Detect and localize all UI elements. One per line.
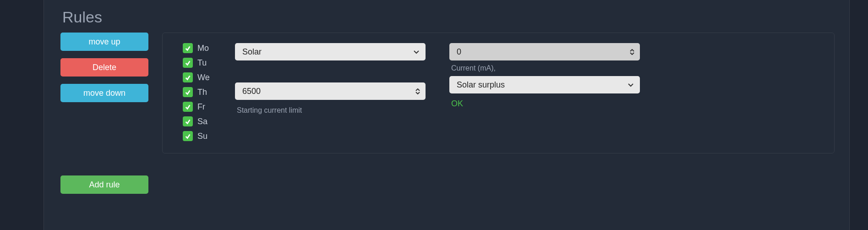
section-heading: Rules xyxy=(62,8,835,26)
day-row: Th xyxy=(183,87,219,97)
check-icon xyxy=(185,89,191,95)
move-down-button[interactable]: move down xyxy=(60,84,148,102)
mode-select-value: Solar xyxy=(242,47,262,57)
day-label: Su xyxy=(197,131,207,141)
current-value: 0 xyxy=(457,47,461,57)
day-row: We xyxy=(183,72,219,82)
spin-down-icon xyxy=(630,52,634,55)
check-icon xyxy=(185,104,191,110)
delete-button[interactable]: Delete xyxy=(60,58,148,77)
day-checkbox[interactable] xyxy=(183,102,193,112)
spin-up-icon xyxy=(415,88,420,91)
day-checkbox[interactable] xyxy=(183,116,193,126)
spin-up-icon xyxy=(630,49,634,52)
check-icon xyxy=(185,118,191,125)
surplus-select-value: Solar surplus xyxy=(457,80,505,90)
current-label: Current (mA), xyxy=(451,64,640,72)
day-label: Tu xyxy=(197,58,207,68)
surplus-select[interactable]: Solar surplus xyxy=(449,76,640,93)
rule-card: MoTuWeThFrSaSu Solar 6500 Starting curre… xyxy=(162,33,835,153)
starting-current-label: Starting current limit xyxy=(237,106,426,115)
check-icon xyxy=(185,60,191,66)
spin-buttons[interactable] xyxy=(630,49,634,55)
check-icon xyxy=(185,74,191,81)
check-icon xyxy=(185,133,191,139)
day-row: Sa xyxy=(183,116,219,126)
status-ok: OK xyxy=(451,99,640,109)
current-input[interactable]: 0 xyxy=(449,43,640,60)
day-checkbox[interactable] xyxy=(183,131,193,141)
day-row: Fr xyxy=(183,102,219,112)
day-checkbox[interactable] xyxy=(183,72,193,82)
day-row: Mo xyxy=(183,43,219,53)
day-label: Th xyxy=(197,88,207,97)
starting-current-value: 6500 xyxy=(242,87,261,96)
move-up-button[interactable]: move up xyxy=(60,33,148,51)
check-icon xyxy=(185,45,191,51)
day-checkbox[interactable] xyxy=(183,87,193,97)
chevron-down-icon xyxy=(627,81,634,88)
day-label: Sa xyxy=(197,117,207,126)
day-row: Su xyxy=(183,131,219,141)
spin-down-icon xyxy=(415,92,420,94)
chevron-down-icon xyxy=(413,48,420,55)
add-rule-button[interactable]: Add rule xyxy=(60,175,148,194)
day-row: Tu xyxy=(183,58,219,68)
spin-buttons[interactable] xyxy=(415,88,420,94)
starting-current-input[interactable]: 6500 xyxy=(235,82,426,100)
day-label: Mo xyxy=(197,44,209,53)
day-label: We xyxy=(197,73,210,82)
mode-select[interactable]: Solar xyxy=(235,43,426,60)
day-label: Fr xyxy=(197,102,205,112)
day-checkbox[interactable] xyxy=(183,58,193,68)
day-checkbox[interactable] xyxy=(183,43,193,53)
